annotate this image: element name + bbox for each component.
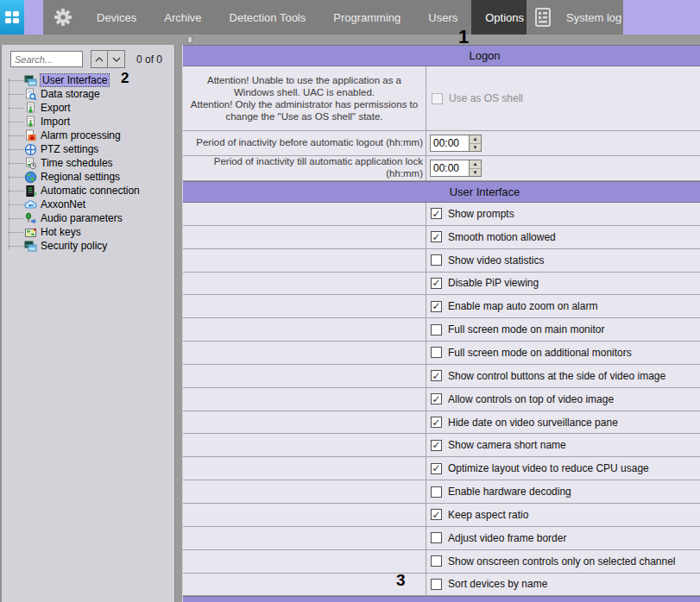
checkbox[interactable] xyxy=(431,324,442,335)
spinner-buttons[interactable]: ▲ ▼ xyxy=(469,160,481,176)
checkbox[interactable] xyxy=(431,579,442,590)
checkbox-label: Sort devices by name xyxy=(448,578,547,590)
sidebar-item-export[interactable]: Export xyxy=(2,101,174,115)
checkbox-label: Enable hardware decoding xyxy=(448,486,571,498)
os-shell-row: Attention! Unable to use the application… xyxy=(183,66,700,131)
checkbox-label: Show onscreen controls only on selected … xyxy=(448,555,676,568)
user-interface-section-header: User Interface xyxy=(183,181,700,203)
checkbox[interactable] xyxy=(431,278,442,289)
sidebar-item-axxonnet[interactable]: AxxonNet xyxy=(2,198,174,211)
spinner-up-icon[interactable]: ▲ xyxy=(470,160,481,169)
lock-period-row: Period of inactivity till automatic appl… xyxy=(183,156,700,181)
option-row: Show control buttons at the side of vide… xyxy=(183,365,700,388)
search-input[interactable] xyxy=(10,51,83,67)
checkbox[interactable] xyxy=(431,393,442,404)
sidebar-item-import[interactable]: Import xyxy=(2,115,174,129)
search-prev-button[interactable] xyxy=(91,50,108,68)
checkbox[interactable] xyxy=(431,231,442,242)
checkbox[interactable] xyxy=(431,509,442,520)
search-next-button[interactable] xyxy=(108,50,125,68)
checkbox[interactable] xyxy=(431,463,442,474)
schedule-clock-icon xyxy=(24,157,37,170)
tree-item-label: Data storage xyxy=(41,88,100,100)
checkbox[interactable] xyxy=(431,555,442,567)
search-result-count: 0 of 0 xyxy=(136,53,162,66)
lock-period-label: Period of inactivity till automatic appl… xyxy=(183,156,426,180)
chevron-up-icon xyxy=(95,57,104,62)
system-log-button[interactable] xyxy=(527,0,559,34)
checkbox[interactable] xyxy=(431,417,442,428)
sidebar-item-ptz-settings[interactable]: PTZ settings xyxy=(2,142,174,156)
tab-devices[interactable]: Devices xyxy=(83,0,150,34)
sidebar-item-time-schedules[interactable]: Time schedules xyxy=(2,156,174,170)
globe-icon xyxy=(24,171,37,184)
os-shell-checkbox[interactable] xyxy=(432,93,443,104)
checkbox[interactable] xyxy=(431,370,442,381)
checkbox-label: Show prompts xyxy=(448,208,514,220)
document-arrow-icon xyxy=(24,102,37,115)
alarm-bell-icon xyxy=(24,129,37,142)
sidebar-item-data-storage[interactable]: Data storage xyxy=(2,87,174,101)
option-row: Show camera short name xyxy=(183,434,700,457)
sidebar-item-user-interface[interactable]: User Interface xyxy=(2,73,174,87)
option-row: Show video statistics xyxy=(183,249,700,273)
tab-archive[interactable]: Archive xyxy=(150,0,215,34)
logout-period-spinner[interactable]: 00:00 ▲ ▼ xyxy=(430,135,482,152)
sidebar-item-automatic-connection[interactable]: Automatic connection xyxy=(2,184,174,198)
sidebar-item-regional-settings[interactable]: Regional settings xyxy=(2,170,174,184)
checkbox-label: Keep aspect ratio xyxy=(448,509,528,521)
splitter-handle[interactable] xyxy=(187,36,192,43)
sidebar-item-security-policy[interactable]: Security policy xyxy=(2,239,174,253)
splitter-strip xyxy=(0,34,700,45)
option-row: Full screen mode on additional monitors xyxy=(183,342,700,365)
tab-programming[interactable]: Programming xyxy=(319,0,414,34)
annotation-callout-1: 1 xyxy=(458,26,469,48)
checkbox-label: Disable PiP viewing xyxy=(448,277,539,289)
top-toolbar: Devices Archive Detection Tools Programm… xyxy=(0,0,700,34)
document-search-icon xyxy=(24,88,37,101)
checkbox[interactable] xyxy=(431,301,442,312)
checkbox-label: Adjust video frame border xyxy=(448,532,566,544)
settings-gear-button[interactable] xyxy=(43,0,83,34)
tree-item-label: Security policy xyxy=(41,240,107,252)
checkbox[interactable] xyxy=(431,208,442,219)
spinner-up-icon[interactable]: ▲ xyxy=(470,135,481,144)
checkbox[interactable] xyxy=(431,254,442,266)
checkbox-label: Hide date on video surveillance pane xyxy=(448,417,618,429)
tree-item-label: Hot keys xyxy=(41,226,81,238)
settings-sidebar: 0 of 0 User Interface Data storage xyxy=(0,45,175,602)
keyboard-icon xyxy=(24,226,37,239)
app-menu-button[interactable] xyxy=(0,0,24,34)
sidebar-item-audio-parameters[interactable]: Audio parameters xyxy=(2,211,174,225)
spinner-buttons[interactable]: ▲ ▼ xyxy=(469,135,481,151)
tree-item-label: Alarm processing xyxy=(41,129,121,141)
server-icon xyxy=(24,185,37,198)
tree-item-label: Audio parameters xyxy=(41,212,123,224)
tree-item-label: Time schedules xyxy=(41,157,113,169)
sidebar-item-hot-keys[interactable]: Hot keys xyxy=(2,225,174,239)
checkbox-label: Show video statistics xyxy=(448,254,544,267)
checkbox[interactable] xyxy=(431,347,442,358)
checkbox[interactable] xyxy=(431,486,442,498)
option-row: Show onscreen controls only on selected … xyxy=(183,550,700,574)
option-row: Allow controls on top of video image xyxy=(183,388,700,411)
checkbox-label: Full screen mode on additional monitors xyxy=(448,347,632,359)
tab-detection-tools[interactable]: Detection Tools xyxy=(216,0,320,34)
app-grid-icon xyxy=(5,11,19,23)
sidebar-item-alarm-processing[interactable]: Alarm processing xyxy=(2,129,174,142)
annotation-callout-3: 3 xyxy=(396,571,406,590)
logon-section-header: Logon xyxy=(183,45,700,66)
checkbox[interactable] xyxy=(431,440,442,451)
spinner-down-icon[interactable]: ▼ xyxy=(470,169,481,177)
lock-period-spinner[interactable]: 00:00 ▲ ▼ xyxy=(430,160,482,177)
system-log-label[interactable]: System log xyxy=(559,0,630,34)
checkbox-label: Smooth motion allowed xyxy=(448,231,556,243)
tree-item-label: Export xyxy=(41,102,71,114)
checkbox-label: Optimize layout video to reduce CPU usag… xyxy=(448,462,649,474)
checkbox-label: Show camera short name xyxy=(448,439,566,451)
lock-period-value[interactable]: 00:00 xyxy=(431,160,469,176)
cloud-camera-icon xyxy=(24,198,37,211)
logout-period-value[interactable]: 00:00 xyxy=(431,135,469,151)
checkbox[interactable] xyxy=(431,532,442,543)
spinner-down-icon[interactable]: ▼ xyxy=(470,144,481,152)
